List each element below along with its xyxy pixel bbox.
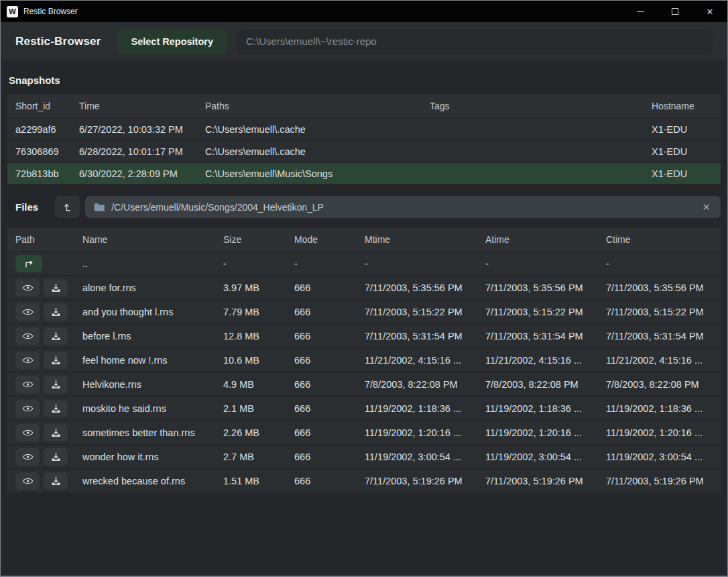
col-mode: Mode bbox=[294, 234, 365, 245]
file-name: sometimes better than.rns bbox=[82, 427, 223, 438]
eye-icon bbox=[22, 404, 34, 413]
snapshots-section-title: Snapshots bbox=[9, 74, 719, 86]
snapshot-short-id: a2299af6 bbox=[15, 124, 79, 135]
file-ctime: 7/11/2003, 5:15:22 PM bbox=[606, 307, 721, 317]
snapshot-hostname: X1-EDU bbox=[652, 124, 721, 135]
file-mode: 666 bbox=[294, 331, 365, 342]
download-button[interactable] bbox=[44, 279, 68, 297]
preview-button[interactable] bbox=[15, 376, 40, 393]
snapshot-row-selected[interactable]: 72b813bb 6/30/2022, 2:28:09 PM C:\Users\… bbox=[7, 163, 721, 184]
download-button[interactable] bbox=[44, 448, 68, 466]
preview-button[interactable] bbox=[15, 400, 40, 417]
file-mtime: 7/11/2003, 5:15:22 PM bbox=[365, 307, 485, 317]
col-tags: Tags bbox=[430, 101, 652, 111]
file-name: before l.rns bbox=[82, 331, 223, 342]
col-name: Name bbox=[82, 234, 223, 245]
download-button[interactable] bbox=[44, 327, 68, 345]
snapshot-paths: C:\Users\emuell\Music\Songs bbox=[205, 168, 430, 179]
snapshot-time: 6/27/2022, 10:03:32 PM bbox=[79, 124, 205, 135]
close-button[interactable]: ✕ bbox=[692, 1, 727, 22]
file-mode: 666 bbox=[294, 452, 365, 462]
eye-icon bbox=[22, 331, 34, 341]
file-mtime: 11/19/2002, 1:18:36 ... bbox=[365, 403, 485, 414]
file-name: feel home now !.rns bbox=[82, 355, 223, 366]
folder-icon bbox=[94, 203, 105, 211]
download-icon bbox=[51, 307, 61, 317]
file-row: and you thought l.rns 7.79 MB 666 7/11/2… bbox=[7, 301, 721, 323]
select-repository-button[interactable]: Select Repository bbox=[117, 29, 228, 54]
minimize-button[interactable] bbox=[623, 1, 658, 22]
file-size: 2.26 MB bbox=[223, 427, 294, 438]
file-name: .. bbox=[82, 258, 223, 269]
file-row: alone for.rns 3.97 MB 666 7/11/2003, 5:3… bbox=[7, 276, 721, 299]
preview-button[interactable] bbox=[15, 352, 40, 369]
eye-icon bbox=[22, 283, 34, 293]
file-row: Helvikone.rns 4.9 MB 666 7/8/2003, 8:22:… bbox=[7, 373, 721, 396]
snapshot-paths: C:\Users\emuell\.cache bbox=[205, 146, 430, 157]
file-name: wrecked because of.rns bbox=[82, 476, 223, 486]
preview-button[interactable] bbox=[15, 279, 40, 297]
col-paths: Paths bbox=[205, 101, 430, 111]
window-title: Restic Browser bbox=[23, 7, 78, 16]
col-time: Time bbox=[79, 101, 205, 111]
snapshots-table-header: Short_id Time Paths Tags Hostname bbox=[7, 95, 721, 117]
file-name: moskito he said.rns bbox=[82, 403, 223, 414]
clear-path-icon[interactable]: ✕ bbox=[701, 201, 712, 213]
app-header: Restic-Browser Select Repository C:\User… bbox=[1, 22, 727, 60]
download-button[interactable] bbox=[44, 352, 68, 369]
snapshot-row[interactable]: 76306869 6/28/2022, 10:01:17 PM C:\Users… bbox=[7, 141, 721, 162]
file-mtime: 7/8/2003, 8:22:08 PM bbox=[365, 379, 485, 390]
snapshot-time: 6/30/2022, 2:28:09 PM bbox=[79, 168, 205, 179]
file-name: and you thought l.rns bbox=[82, 307, 223, 317]
col-short-id: Short_id bbox=[15, 101, 79, 111]
preview-button[interactable] bbox=[15, 303, 40, 321]
file-ctime: 7/11/2003, 5:35:56 PM bbox=[606, 282, 721, 293]
navigate-up-button[interactable] bbox=[55, 196, 80, 218]
repository-path-field[interactable]: C:\Users\emuell\~\restic-repo bbox=[237, 29, 713, 54]
page-title: Restic-Browser bbox=[15, 35, 101, 48]
file-size: 1.51 MB bbox=[223, 476, 294, 486]
maximize-button[interactable] bbox=[658, 1, 692, 22]
file-atime: 7/8/2003, 8:22:08 PM bbox=[485, 379, 606, 390]
file-mode: 666 bbox=[294, 427, 365, 438]
file-mtime: 7/11/2003, 5:35:56 PM bbox=[365, 282, 485, 293]
download-button[interactable] bbox=[44, 400, 68, 417]
download-button[interactable] bbox=[44, 303, 68, 321]
preview-button[interactable] bbox=[15, 424, 40, 441]
file-name: alone for.rns bbox=[82, 282, 223, 293]
preview-button[interactable] bbox=[15, 448, 40, 466]
download-button[interactable] bbox=[44, 424, 68, 441]
minimize-icon bbox=[637, 11, 644, 12]
snapshot-time: 6/28/2022, 10:01:17 PM bbox=[79, 146, 205, 157]
file-name: wonder how it.rns bbox=[82, 452, 223, 462]
file-ctime: - bbox=[606, 258, 721, 269]
go-parent-button[interactable] bbox=[15, 255, 42, 272]
file-size: 7.79 MB bbox=[223, 307, 294, 317]
snapshot-hostname: X1-EDU bbox=[652, 146, 721, 157]
file-size: 4.9 MB bbox=[223, 379, 294, 390]
preview-button[interactable] bbox=[15, 327, 40, 345]
file-atime: 7/11/2003, 5:19:26 PM bbox=[485, 476, 606, 486]
download-icon bbox=[51, 452, 61, 462]
file-ctime: 11/19/2002, 1:20:16 ... bbox=[606, 427, 721, 438]
file-mode: 666 bbox=[294, 476, 365, 486]
file-size: - bbox=[223, 258, 294, 269]
file-atime: 7/11/2003, 5:35:56 PM bbox=[485, 282, 606, 293]
file-row: wonder how it.rns 2.7 MB 666 11/19/2002,… bbox=[7, 445, 721, 468]
file-mtime: - bbox=[365, 258, 485, 269]
file-mode: 666 bbox=[294, 403, 365, 414]
download-button[interactable] bbox=[44, 472, 68, 490]
snapshot-hostname: X1-EDU bbox=[652, 168, 721, 179]
file-ctime: 11/19/2002, 3:00:54 ... bbox=[606, 452, 721, 462]
file-ctime: 7/8/2003, 8:22:08 PM bbox=[606, 379, 721, 390]
snapshot-short-id: 72b813bb bbox=[15, 168, 79, 179]
preview-button[interactable] bbox=[15, 472, 40, 490]
file-row: before l.rns 12.8 MB 666 7/11/2003, 5:31… bbox=[7, 325, 721, 348]
snapshot-row[interactable]: a2299af6 6/27/2022, 10:03:32 PM C:\Users… bbox=[7, 119, 721, 140]
download-icon bbox=[51, 404, 61, 413]
download-button[interactable] bbox=[44, 376, 68, 393]
eye-icon bbox=[22, 428, 34, 437]
titlebar: W Restic Browser ✕ bbox=[1, 1, 727, 22]
file-mode: 666 bbox=[294, 282, 365, 293]
file-mode: 666 bbox=[294, 307, 365, 317]
